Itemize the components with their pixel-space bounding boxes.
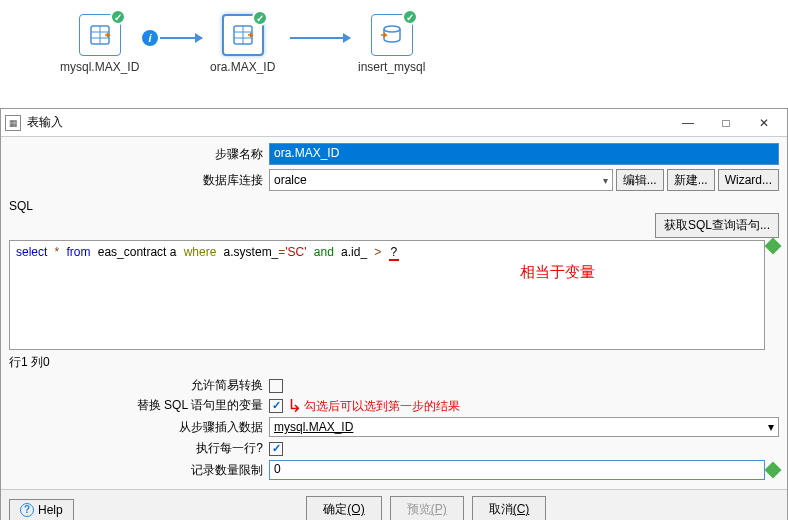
diamond-handle-icon[interactable] [765,462,782,479]
simple-conv-checkbox[interactable] [269,379,283,393]
exec-each-label: 执行每一行? [9,440,269,457]
simple-conv-label: 允许简易转换 [9,377,269,394]
node-label: insert_mysql [358,60,425,74]
minimize-button[interactable]: — [669,111,707,135]
db-new-button[interactable]: 新建... [667,169,715,191]
flow-canvas[interactable]: ✓ mysql.MAX_ID i ✓ ora.MAX_ID ✓ insert_m… [0,0,788,100]
db-connection-combo[interactable]: oralce ▾ [269,169,613,191]
info-badge-icon: i [142,30,158,46]
replace-var-label: 替换 SQL 语句里的变量 [9,397,269,414]
table-input-icon [231,23,255,47]
check-badge-icon: ✓ [402,9,418,25]
flow-arrow [160,37,202,39]
help-button[interactable]: ? Help [9,499,74,521]
annotation-checkbox-hint: ↳勾选后可以选到第一步的结果 [287,395,460,417]
annotation-variable: 相当于变量 [520,263,595,282]
help-icon: ? [20,503,34,517]
insert-from-label: 从步骤插入数据 [9,419,269,436]
flow-node-insert-mysql[interactable]: ✓ insert_mysql [358,14,425,74]
sql-section-label: SQL [1,197,787,213]
node-label: ora.MAX_ID [210,60,275,74]
insert-from-value: mysql.MAX_ID [274,420,353,434]
chevron-down-icon: ▾ [768,420,774,434]
table-input-dialog: ▦ 表输入 — □ ✕ 步骤名称 ora.MAX_ID 数据库连接 oralce… [0,108,788,520]
cancel-button[interactable]: 取消(C) [472,496,547,520]
dialog-title: 表输入 [27,114,669,131]
exec-each-checkbox[interactable]: ✓ [269,442,283,456]
limit-input[interactable]: 0 [269,460,765,480]
svg-point-8 [384,26,400,32]
cursor-position-label: 行1 列0 [1,350,787,375]
close-button[interactable]: ✕ [745,111,783,135]
flow-arrow [290,37,350,39]
preview-button[interactable]: 预览(P) [390,496,464,520]
button-bar: ? Help 确定(O) 预览(P) 取消(C) [1,489,787,520]
replace-var-checkbox[interactable]: ✓ [269,399,283,413]
step-name-input[interactable]: ora.MAX_ID [269,143,779,165]
db-edit-button[interactable]: 编辑... [616,169,664,191]
table-output-icon [380,23,404,47]
step-name-label: 步骤名称 [9,146,269,163]
chevron-down-icon: ▾ [603,175,608,186]
db-wizard-button[interactable]: Wizard... [718,169,779,191]
flow-node-mysql-maxid[interactable]: ✓ mysql.MAX_ID [60,14,139,74]
insert-from-combo[interactable]: mysql.MAX_ID ▾ [269,417,779,437]
check-badge-icon: ✓ [252,10,268,26]
titlebar[interactable]: ▦ 表输入 — □ ✕ [1,109,787,137]
limit-label: 记录数量限制 [9,462,269,479]
get-sql-button[interactable]: 获取SQL查询语句... [655,213,779,238]
dialog-icon: ▦ [5,115,21,131]
ok-button[interactable]: 确定(O) [306,496,381,520]
sql-editor[interactable]: select * from eas_contract a where a.sys… [9,240,765,350]
diamond-handle-icon[interactable] [765,238,782,255]
flow-node-ora-maxid[interactable]: ✓ ora.MAX_ID [210,14,275,74]
check-badge-icon: ✓ [110,9,126,25]
node-label: mysql.MAX_ID [60,60,139,74]
table-input-icon [88,23,112,47]
db-connection-value: oralce [274,173,307,187]
db-connection-label: 数据库连接 [9,172,269,189]
maximize-button[interactable]: □ [707,111,745,135]
